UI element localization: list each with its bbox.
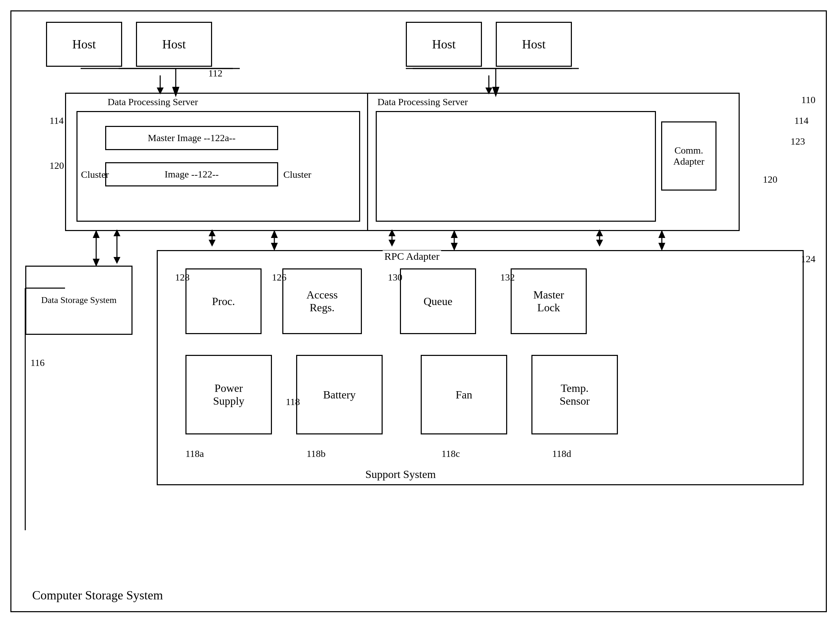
- ref-114-left: 114: [50, 115, 64, 126]
- dps-divider: [367, 94, 368, 230]
- access-regs-label: AccessRegs.: [306, 288, 338, 314]
- cluster-box-right: [376, 111, 656, 222]
- cluster-right-label: Cluster: [283, 169, 311, 180]
- svg-marker-27: [93, 230, 100, 238]
- battery-label: Battery: [323, 389, 356, 401]
- temp-sensor-box: Temp.Sensor: [531, 355, 618, 434]
- ref-118a: 118a: [185, 448, 204, 459]
- ref-126: 126: [272, 272, 286, 283]
- ref-132: 132: [500, 272, 515, 283]
- host-3-label: Host: [432, 37, 456, 51]
- image-label: Image --122--: [165, 169, 219, 180]
- svg-marker-17: [596, 240, 603, 247]
- box-110: Data Processing Server Data Processing S…: [65, 93, 740, 231]
- queue-label: Queue: [423, 295, 453, 308]
- support-system-label: Support System: [366, 468, 436, 481]
- ref-118b: 118b: [306, 448, 325, 459]
- host-4-label: Host: [522, 37, 546, 51]
- ref-116: 116: [30, 357, 45, 368]
- ref-130: 130: [388, 272, 402, 283]
- svg-marker-14: [389, 240, 395, 247]
- host-4: Host: [496, 22, 572, 67]
- master-lock-label: MasterLock: [534, 288, 564, 314]
- svg-marker-37: [658, 243, 665, 251]
- battery-box: Battery: [296, 355, 383, 434]
- svg-marker-36: [658, 230, 665, 238]
- ref-128: 128: [175, 272, 190, 283]
- ref-118d: 118d: [552, 448, 571, 459]
- host-2-label: Host: [162, 37, 186, 51]
- svg-marker-34: [451, 243, 458, 251]
- host-1-label: Host: [72, 37, 96, 51]
- data-storage-box: Data Storage System: [25, 266, 132, 335]
- fan-label: Fan: [456, 389, 472, 401]
- power-supply-box: PowerSupply: [185, 355, 272, 434]
- proc-box: Proc.: [185, 268, 261, 334]
- css-label: Computer Storage System: [32, 588, 163, 603]
- master-image-label: Master Image --122a--: [148, 132, 235, 143]
- power-supply-label: PowerSupply: [213, 382, 244, 407]
- rpc-adapter-box: RPC Adapter Proc. 128 AccessRegs. 126 Qu…: [157, 250, 804, 485]
- svg-marker-8: [114, 257, 120, 264]
- main-diagram: Host Host 112 Host Host 110 Data Process…: [10, 10, 827, 612]
- svg-marker-30: [271, 230, 278, 238]
- host-2: Host 112: [136, 22, 212, 67]
- host-3: Host: [406, 22, 482, 67]
- comm-adapter-label: Comm.Adapter: [673, 145, 705, 167]
- dps-right-label: Data Processing Server: [378, 96, 468, 107]
- svg-marker-11: [208, 240, 216, 247]
- cluster-left-label: Cluster: [81, 169, 109, 180]
- ref-124: 124: [801, 253, 815, 264]
- ref-118c: 118c: [442, 448, 460, 459]
- ref-110: 110: [801, 95, 815, 106]
- dps-left-label: Data Processing Server: [107, 96, 198, 107]
- rpc-adapter-label: RPC Adapter: [383, 250, 441, 262]
- master-lock-box: MasterLock: [511, 268, 587, 334]
- ref-120-right: 120: [763, 174, 778, 185]
- svg-marker-31: [271, 243, 278, 251]
- comm-adapter-box: Comm.Adapter: [661, 121, 717, 191]
- cluster-box-left: Master Image --122a-- Image --122-- Clus…: [76, 111, 360, 222]
- temp-sensor-label: Temp.Sensor: [559, 382, 590, 407]
- ref-120-left: 120: [50, 160, 64, 171]
- ref-112: 112: [208, 68, 222, 79]
- ref-114-right: 114: [794, 115, 809, 126]
- image-box: Image --122--: [105, 162, 278, 187]
- svg-marker-33: [451, 230, 458, 238]
- queue-box: Queue: [400, 268, 476, 334]
- proc-label: Proc.: [212, 295, 235, 308]
- data-storage-label: Data Storage System: [41, 295, 117, 305]
- ref-118: 118: [286, 396, 300, 407]
- ref-123: 123: [790, 136, 805, 147]
- master-image-box: Master Image --122a--: [105, 126, 278, 150]
- access-regs-box: AccessRegs.: [282, 268, 362, 334]
- host-1: Host: [46, 22, 122, 67]
- fan-box: Fan: [421, 355, 507, 434]
